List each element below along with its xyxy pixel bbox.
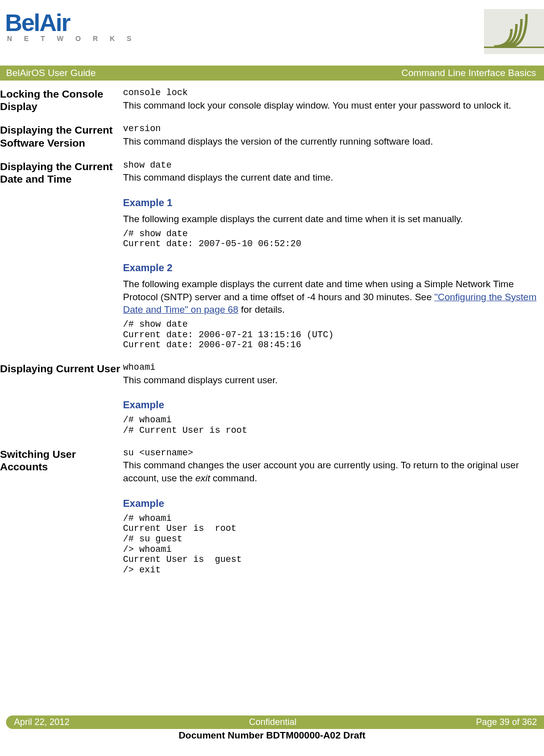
section-heading: Switching User Accounts xyxy=(0,448,123,473)
footer-page: Page 39 of 362 xyxy=(476,717,537,727)
wireless-icon xyxy=(484,9,544,57)
footer-bar: April 22, 2012 Confidential Page 39 of 3… xyxy=(6,715,544,729)
section-heading: Displaying the Current Date and Time xyxy=(0,160,123,185)
code-block: /# whoami Current User is root /# su gue… xyxy=(123,513,538,575)
command-text: console lock xyxy=(123,88,538,98)
description-text: This command lock your console display w… xyxy=(123,99,538,112)
section-su: Switching User Accounts su <username> Th… xyxy=(0,448,538,578)
footer-date: April 22, 2012 xyxy=(14,717,70,727)
description-text: This command displays the version of the… xyxy=(123,135,538,148)
section-body: show date This command displays the curr… xyxy=(123,160,538,353)
section-body: console lock This command lock your cons… xyxy=(123,88,538,115)
example-heading: Example 2 xyxy=(123,261,538,275)
section-show-date: Displaying the Current Date and Time sho… xyxy=(0,160,538,353)
command-text: version xyxy=(123,124,538,134)
text-pre: This command changes the user account yo… xyxy=(123,460,519,483)
header: BelAir N E T W O R K S xyxy=(0,0,544,57)
code-block: /# show date Current date: 2006-07-21 13… xyxy=(123,319,538,350)
section-heading: Displaying Current User xyxy=(0,362,123,375)
section-body: version This command displays the versio… xyxy=(123,124,538,151)
section-console-lock: Locking the Console Display console lock… xyxy=(0,88,538,115)
footer: April 22, 2012 Confidential Page 39 of 3… xyxy=(0,715,544,741)
text-post: command. xyxy=(210,473,257,483)
exit-command-italic: exit xyxy=(196,473,210,483)
example-text: The following example displays the curre… xyxy=(123,213,538,226)
title-bar: BelAirOS User Guide Command Line Interfa… xyxy=(0,66,544,81)
description-text: This command displays the current date a… xyxy=(123,171,538,184)
footer-confidential: Confidential xyxy=(249,717,296,727)
chapter-title: Command Line Interface Basics xyxy=(402,68,536,79)
section-body: whoami This command displays current use… xyxy=(123,362,538,439)
section-heading: Locking the Console Display xyxy=(0,88,123,113)
example-heading: Example xyxy=(123,398,538,412)
example-text: The following example displays the curre… xyxy=(123,278,538,316)
example-heading: Example 1 xyxy=(123,196,538,210)
code-block: /# show date Current date: 2007-05-10 06… xyxy=(123,229,538,249)
content-area: Locking the Console Display console lock… xyxy=(0,81,544,578)
example-heading: Example xyxy=(123,497,538,510)
command-text: whoami xyxy=(123,362,538,373)
description-text: This command displays current user. xyxy=(123,374,538,387)
code-block: /# whoami /# Current User is root xyxy=(123,415,538,435)
command-text: show date xyxy=(123,160,538,171)
guide-title: BelAirOS User Guide xyxy=(6,68,96,79)
text-post: for details. xyxy=(238,304,285,315)
section-heading: Displaying the Current Software Version xyxy=(0,124,123,149)
section-whoami: Displaying Current User whoami This comm… xyxy=(0,362,538,439)
section-body: su <username> This command changes the u… xyxy=(123,448,538,578)
command-text: su <username> xyxy=(123,448,538,458)
svg-rect-1 xyxy=(484,47,544,48)
document-number: Document Number BDTM00000-A02 Draft xyxy=(0,730,544,741)
description-text: This command changes the user account yo… xyxy=(123,459,538,484)
logo-sub-text: N E T W O R K S xyxy=(7,35,136,43)
section-version: Displaying the Current Software Version … xyxy=(0,124,538,151)
logo: BelAir N E T W O R K S xyxy=(5,9,136,43)
logo-main-text: BelAir xyxy=(5,10,70,36)
